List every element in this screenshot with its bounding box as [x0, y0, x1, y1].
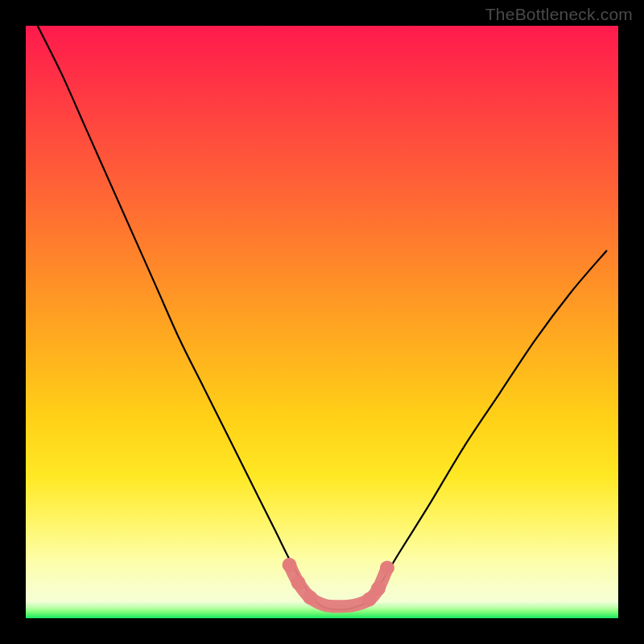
svg-point-0	[283, 558, 297, 572]
chart-frame: TheBottleneck.com	[0, 0, 644, 644]
bottleneck-curve	[38, 26, 607, 609]
optimal-markers	[283, 558, 394, 607]
svg-point-2	[303, 590, 317, 605]
svg-point-4	[371, 581, 386, 596]
svg-point-1	[291, 576, 306, 590]
watermark-text: TheBottleneck.com	[485, 5, 633, 24]
curve-svg	[26, 26, 618, 618]
plot-area	[26, 26, 618, 618]
svg-point-5	[380, 560, 394, 575]
